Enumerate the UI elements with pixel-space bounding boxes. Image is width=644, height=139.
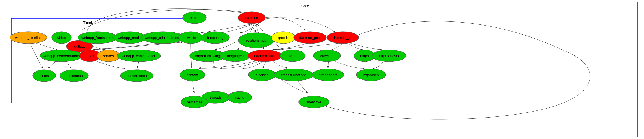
node-label-crawlers: crawlers	[320, 54, 334, 58]
node-label-cwlists: cwlists	[186, 36, 196, 40]
node-label-daemon-post: daemon_post	[299, 36, 321, 40]
node-label-outbox: outbox	[74, 44, 85, 48]
node-label-siteactive: siteactive	[306, 100, 321, 104]
edge	[348, 43, 362, 50]
node-label-reading: reading	[189, 16, 200, 20]
node-label-httpcodes: httpcodes	[363, 73, 379, 77]
node-label-httprequests: httprequests	[379, 54, 399, 58]
dependency-graph: Timeline Core	[0, 0, 644, 139]
node-label-webapp-conversation: webapp_conversation	[121, 54, 156, 58]
node-label-httpheaders: httpheaders	[319, 73, 338, 77]
node-label-inbox: inbox	[86, 54, 94, 58]
node-label-blocking: blocking	[256, 73, 269, 77]
node-label-webapp-headerbuttons: webapp_headerbuttons	[42, 54, 80, 58]
node-label-importfollowing: importFollowing	[195, 54, 220, 58]
timeline-box	[11, 18, 186, 103]
core-label: Core	[301, 4, 309, 8]
node-label-daemon: daemon	[245, 16, 258, 20]
node-label-daemon-get: daemon_get	[333, 36, 353, 40]
node-label-webapp-timeline: webapp_timeline	[15, 36, 42, 40]
edge-long2	[79, 10, 263, 32]
node-label-qrcode: qrcode	[278, 36, 289, 40]
edge	[350, 43, 381, 50]
edge	[201, 24, 250, 33]
edge	[261, 17, 305, 30]
node-label-shares: shares	[103, 54, 114, 58]
node-label-relationships: relationships	[246, 38, 266, 42]
timeline-label: Timeline	[83, 21, 97, 25]
node-label-webapp-minimalbutton: webapp_minimalbutton	[144, 36, 181, 40]
node-label-media: media	[39, 74, 49, 78]
edge	[275, 43, 341, 50]
node-label-languages: languages	[227, 54, 244, 58]
node-label-maps: maps	[360, 54, 369, 58]
node-label-migrate: migrate	[287, 54, 298, 58]
node-label-petnames: petnames	[187, 100, 202, 104]
node-label-content: content	[187, 73, 198, 77]
node-label-cache: cache	[235, 95, 245, 100]
node-label-bookmarks: bookmarks	[65, 74, 83, 78]
edge	[332, 43, 344, 50]
node-label-fitnessfunctions: fitnessFunctions	[281, 73, 306, 77]
edge-wrap	[87, 9, 261, 33]
edge	[261, 18, 335, 32]
node-label-webapp-media: webapp_media	[117, 36, 142, 40]
edge	[35, 43, 57, 50]
node-label-conversation: conversation	[127, 74, 147, 78]
graph-container: Timeline Core	[0, 0, 644, 139]
node-label-webapp-frontscreen: webapp_frontscreen	[81, 36, 114, 40]
node-label-happening: happening	[207, 36, 224, 40]
node-label-daemon-utils: daemon_utils	[254, 54, 275, 58]
node-label-threads: threads	[210, 95, 222, 100]
node-label-video: video	[57, 36, 66, 40]
